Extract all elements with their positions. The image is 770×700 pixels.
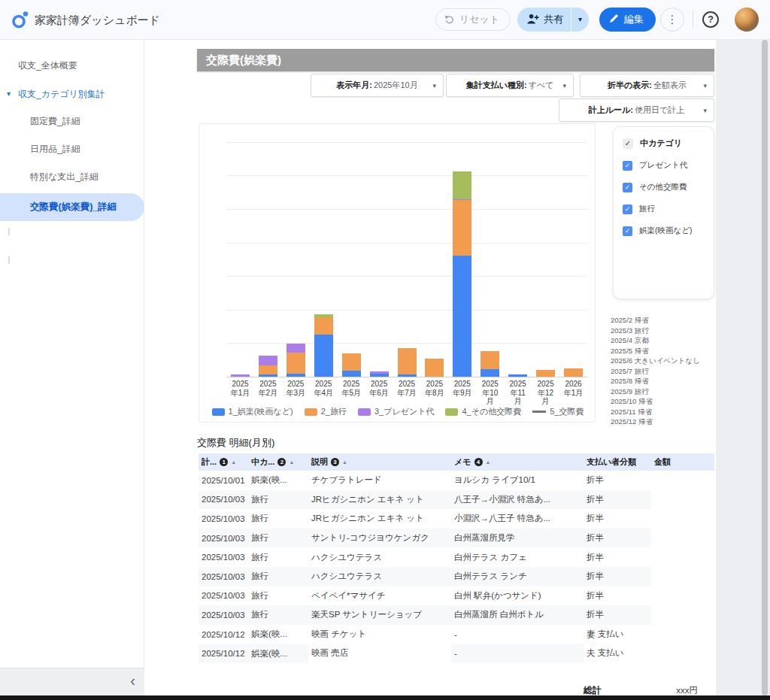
table-cell: ペイペイ*マサイチ xyxy=(308,590,451,602)
legend-color-swatch xyxy=(358,408,371,416)
category-checkbox-item[interactable]: ✓プレゼント代 xyxy=(623,160,705,171)
bar-segment xyxy=(342,353,361,371)
bar-segment xyxy=(314,317,333,335)
table-cell: 娯楽(映... xyxy=(248,648,308,659)
sidebar-item[interactable]: 収支_全体概要 xyxy=(0,54,144,77)
share-main[interactable]: 共有 xyxy=(517,13,571,26)
column-header-label: 説明 xyxy=(311,456,328,468)
legend-label: 3_プレゼント代 xyxy=(374,406,435,417)
filter-dropdown[interactable]: 計上ルール使用日で計上▾ xyxy=(559,98,714,122)
bar-segment xyxy=(508,374,527,377)
table-cell xyxy=(651,529,714,548)
x-tick-label: 2025年8月 xyxy=(420,380,450,397)
bar-segment xyxy=(480,351,499,369)
bar-segment xyxy=(425,359,444,377)
annotation-line: 2025/3 旅行 xyxy=(611,326,716,336)
bar-segment xyxy=(259,374,277,377)
select-all-checkbox[interactable]: ✓ xyxy=(623,138,633,149)
bar-segment xyxy=(314,335,333,377)
bar-segment xyxy=(286,374,305,377)
checkbox-checked-icon[interactable]: ✓ xyxy=(623,205,632,214)
bar-segment xyxy=(536,370,555,377)
checkbox-checked-icon[interactable]: ✓ xyxy=(623,226,632,236)
help-button[interactable]: ? xyxy=(702,11,719,28)
filter-value: すべて xyxy=(529,80,554,91)
legend-color-swatch xyxy=(305,408,317,416)
table-cell: サントリ-コウジヨウケンガク xyxy=(308,532,451,544)
legend-item: 4_その他交際費 xyxy=(445,406,521,417)
share-dropdown-caret-icon[interactable]: ▾ xyxy=(571,8,589,32)
checkbox-checked-icon[interactable]: ✓ xyxy=(623,183,632,192)
x-tick-label: 2025年12月 xyxy=(531,380,561,406)
column-header-label: 金額 xyxy=(654,456,671,468)
window-bottom-edge xyxy=(0,695,770,700)
checkbox-checked-icon[interactable]: ✓ xyxy=(623,161,632,171)
column-header-label: 計... xyxy=(202,456,217,468)
table-row: 2025/10/03旅行楽天SP サントリーショップ白州蒸溜所 白州ボトル折半 xyxy=(199,605,714,625)
share-label: 共有 xyxy=(544,13,563,26)
table-cell: 2025/10/03 xyxy=(199,591,248,600)
table-cell: 折半 xyxy=(584,494,651,505)
collapse-sidebar-button[interactable]: ‹ xyxy=(130,672,135,689)
filter-dropdown[interactable]: 集計支払い種別すべて▾ xyxy=(446,74,574,97)
table-cell: 旅行 xyxy=(248,513,308,524)
column-header[interactable]: 金額 xyxy=(651,456,714,468)
filter-label: 表示年月 xyxy=(336,80,372,91)
table-cell: 折半 xyxy=(584,552,651,563)
column-header[interactable]: 計...1▲ xyxy=(199,456,248,468)
annotation-line: 2025/7 旅行 xyxy=(611,366,716,377)
column-header[interactable]: 中カ...2▲ xyxy=(248,456,308,468)
bar-segment xyxy=(398,348,417,374)
category-checkbox-item[interactable]: ✓旅行 xyxy=(623,204,705,214)
table-cell: 旅行 xyxy=(248,609,308,620)
filter-dropdown[interactable]: 折半の表示全額表示▾ xyxy=(580,74,714,97)
sidebar-item[interactable]: 特別な支出_詳細 xyxy=(0,165,144,188)
category-checkbox-item[interactable]: ✓その他交際費 xyxy=(623,182,705,192)
sidebar-item[interactable]: 固定費_詳細 xyxy=(0,110,144,132)
pencil-icon xyxy=(609,14,619,26)
more-options-button[interactable]: ⋮ xyxy=(660,8,684,32)
column-header[interactable]: メモ4▲ xyxy=(451,456,584,468)
table-row: 2025/10/03旅行ハクシユウテラス白州テラス カフェ折半 xyxy=(199,547,714,567)
sidebar-item-label: 収支_全体概要 xyxy=(0,59,77,72)
table-cell: 白州テラス ランチ xyxy=(451,571,584,582)
table-cell xyxy=(651,644,714,663)
x-tick-label: 2025年9月 xyxy=(447,380,477,397)
legend-label: 5_交際費 xyxy=(550,406,584,417)
sidebar-item[interactable]: ▾収支_カテゴリ別集計 xyxy=(0,83,144,105)
table-cell: 妻 支払い xyxy=(584,629,651,640)
filter-panel-header[interactable]: ✓ 中カテゴリ xyxy=(623,138,705,149)
sort-order-badge: 4 xyxy=(474,458,483,466)
reset-button[interactable]: リセット xyxy=(435,8,511,31)
chart-legend: 1_娯楽(映画など)2_旅行3_プレゼント代4_その他交際費5_交際費 xyxy=(199,406,596,417)
table-cell: 娯楽(映... xyxy=(248,629,308,640)
sidebar-item[interactable]: 日用品_詳細 xyxy=(0,138,144,160)
table-cell xyxy=(651,625,714,644)
filter-label: 計上ルール xyxy=(589,105,633,116)
category-checkbox-item[interactable]: ✓娯楽(映画など) xyxy=(623,226,705,236)
legend-item: 5_交際費 xyxy=(532,406,584,417)
month-annotations: 2025/2 帰省2025/3 旅行2025/4 京都2025/5 帰省2025… xyxy=(611,315,716,427)
table-cell xyxy=(651,547,714,567)
table-cell: 2025/10/03 xyxy=(199,553,248,562)
table-cell xyxy=(651,586,714,606)
bar-segment xyxy=(231,374,250,377)
edit-button[interactable]: 編集 xyxy=(599,8,656,32)
table-cell: ハクシユウテラス xyxy=(308,552,451,563)
filter-panel-title: 中カテゴリ xyxy=(640,138,682,149)
column-header[interactable]: 説明3▲ xyxy=(308,456,451,468)
column-header[interactable]: 支払い者分類 xyxy=(584,456,651,468)
scrollbar-thumb[interactable] xyxy=(762,40,768,695)
looker-studio-logo-icon xyxy=(11,10,30,29)
sidebar-item[interactable]: 交際費(娯楽費)_詳細 xyxy=(0,193,144,221)
table-cell: 楽天SP サントリーショップ xyxy=(308,609,451,620)
x-tick-label: 2025年3月 xyxy=(280,380,311,397)
table-cell: チケプラトレード xyxy=(308,474,451,486)
share-button[interactable]: 共有 ▾ xyxy=(517,8,589,32)
sort-order-badge: 1 xyxy=(220,458,228,466)
table-cell: 娯楽(映... xyxy=(248,474,308,486)
table-cell: 2025/10/03 xyxy=(199,495,248,504)
table-cell: 2025/10/03 xyxy=(199,572,248,581)
avatar[interactable] xyxy=(735,8,759,32)
filter-dropdown[interactable]: 表示年月2025年10月▾ xyxy=(311,74,444,97)
